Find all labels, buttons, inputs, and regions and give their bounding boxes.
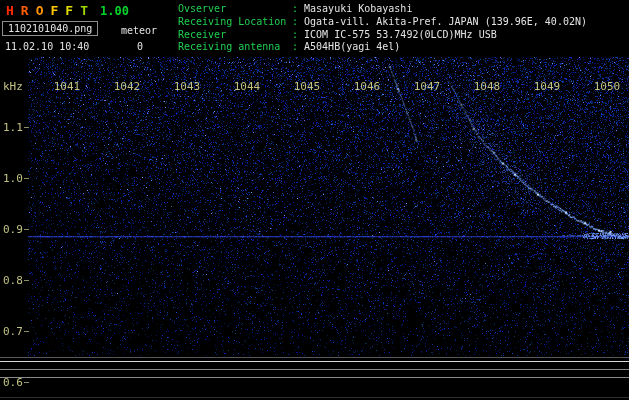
info-value: Ogata-vill. Akita-Pref. JAPAN (139.96E, …: [304, 16, 587, 27]
app-title-letter: F: [50, 3, 58, 18]
info-label: Receiving antenna: [178, 41, 292, 54]
y-axis-tick-label: 0.9: [3, 223, 23, 236]
y-axis-tick-label: 1.1: [3, 121, 23, 134]
info-label: Receiver: [178, 29, 292, 42]
meteor-counter-label: meteor: [121, 25, 157, 36]
x-axis-tick-label: 1041: [54, 80, 81, 93]
x-axis-tick-label: 1049: [534, 80, 561, 93]
app-title-letter: H: [6, 3, 14, 18]
x-axis-tick-label: 1045: [294, 80, 321, 93]
y-axis-tick-mark: [24, 127, 29, 128]
app-title-letters: HROFFT: [6, 3, 95, 18]
info-separator: :: [292, 29, 298, 42]
spectrogram-canvas: [0, 0, 629, 400]
output-filename: 1102101040.png: [2, 21, 98, 36]
y-axis-tick-mark: [24, 178, 29, 179]
info-label: Ovserver: [178, 3, 292, 16]
y-axis-tick-mark: [24, 229, 29, 230]
info-value: ICOM IC-575 53.7492(0LCD)MHz USB: [304, 29, 497, 40]
y-axis-tick-mark: [24, 331, 29, 332]
capture-datetime: 11.02.10 10:40: [5, 41, 89, 52]
y-axis-tick-mark: [24, 382, 29, 383]
x-axis-tick-label: 1048: [474, 80, 501, 93]
observer-info-block: Ovserver:Masayuki KobayashiReceiving Loc…: [178, 3, 587, 54]
y-axis-tick-label: 0.7: [3, 325, 23, 338]
observer-info-row: Ovserver:Masayuki Kobayashi: [178, 3, 587, 16]
y-axis-tick-label: 1.0: [3, 172, 23, 185]
x-axis-tick-label: 1044: [234, 80, 261, 93]
app-title-letter: O: [36, 3, 44, 18]
info-value: A504HB(yagi 4el): [304, 41, 400, 52]
observer-info-row: Receiver:ICOM IC-575 53.7492(0LCD)MHz US…: [178, 29, 587, 42]
x-axis-tick-label: 1050: [594, 80, 621, 93]
y-axis-unit-label: kHz: [3, 80, 23, 93]
info-separator: :: [292, 41, 298, 54]
app-title: HROFFT1.00: [6, 3, 129, 18]
meteor-count-value: 0: [137, 41, 143, 52]
x-axis-tick-label: 1042: [114, 80, 141, 93]
info-separator: :: [292, 16, 298, 29]
observer-info-row: Receiving antenna:A504HB(yagi 4el): [178, 41, 587, 54]
info-label: Receiving Location: [178, 16, 292, 29]
hrofft-window: HROFFT1.00 1102101040.png meteor 11.02.1…: [0, 0, 629, 400]
y-axis-tick-label: 0.6: [3, 376, 23, 389]
info-value: Masayuki Kobayashi: [304, 3, 412, 14]
x-axis-tick-label: 1046: [354, 80, 381, 93]
app-title-letter: F: [65, 3, 73, 18]
x-axis-tick-label: 1047: [414, 80, 441, 93]
y-axis-tick-mark: [24, 280, 29, 281]
app-version: 1.00: [100, 4, 129, 18]
y-axis-tick-label: 0.8: [3, 274, 23, 287]
info-separator: :: [292, 3, 298, 16]
app-title-letter: T: [80, 3, 88, 18]
x-axis-tick-label: 1043: [174, 80, 201, 93]
app-title-letter: R: [21, 3, 29, 18]
observer-info-row: Receiving Location:Ogata-vill. Akita-Pre…: [178, 16, 587, 29]
